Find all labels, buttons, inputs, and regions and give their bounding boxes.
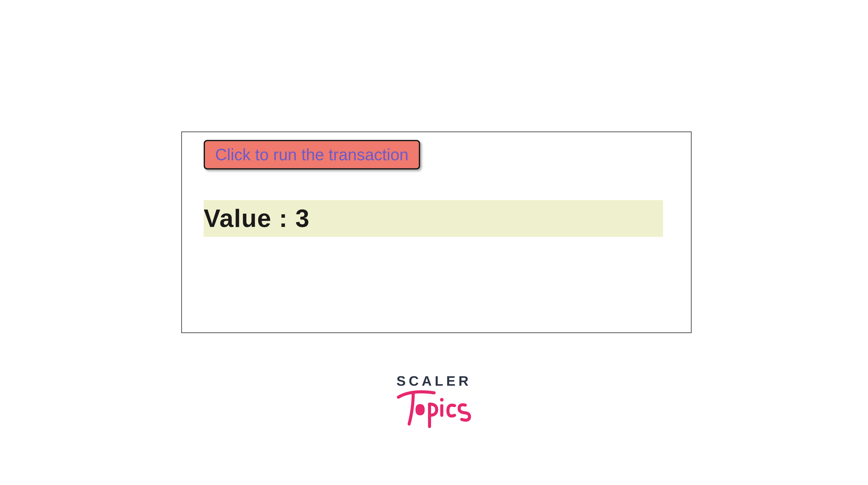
logo-topics-script <box>396 386 472 429</box>
scaler-topics-logo: SCALER <box>383 374 485 429</box>
demo-panel: Click to run the transaction Value : 3 <box>181 131 692 333</box>
logo-scaler-text: SCALER <box>383 374 485 388</box>
run-transaction-button[interactable]: Click to run the transaction <box>204 140 420 170</box>
value-display: Value : 3 <box>204 200 663 237</box>
value-text: Value : 3 <box>204 204 310 232</box>
svg-point-0 <box>440 398 443 401</box>
